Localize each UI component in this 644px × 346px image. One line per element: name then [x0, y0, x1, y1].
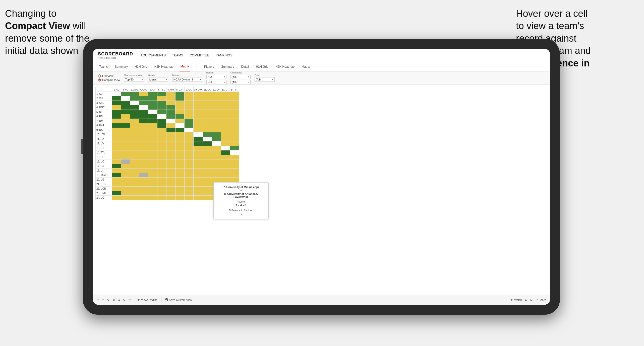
nav-committee[interactable]: COMMITTEE [190, 53, 209, 57]
cell-20-2[interactable] [121, 178, 130, 182]
cell-12-3[interactable] [130, 141, 139, 146]
cell-4-3[interactable] [130, 105, 139, 110]
cell-11-14[interactable] [230, 137, 239, 141]
region-select1[interactable]: N/A [206, 75, 226, 79]
cell-11-3[interactable] [130, 137, 139, 141]
cell-11-9[interactable] [184, 137, 193, 141]
cell-19-4[interactable] [139, 173, 148, 178]
cell-14-6[interactable] [157, 150, 166, 155]
cell-4-13[interactable] [221, 105, 230, 110]
cell-15-3[interactable] [130, 155, 139, 159]
cell-5-4[interactable] [139, 110, 148, 114]
cell-11-12[interactable] [212, 137, 221, 141]
cell-19-3[interactable] [130, 173, 139, 178]
cell-2-5[interactable] [148, 96, 157, 101]
cell-21-10[interactable] [193, 182, 203, 187]
cell-10-4[interactable] [139, 132, 148, 137]
cell-14-11[interactable] [203, 150, 212, 155]
cell-14-3[interactable] [130, 150, 139, 155]
cell-11-1[interactable] [112, 137, 121, 141]
cell-4-2[interactable] [121, 105, 130, 110]
cell-14-4[interactable] [139, 150, 148, 155]
cell-12-11[interactable] [203, 141, 212, 146]
cell-23-6[interactable] [157, 191, 166, 196]
cell-6-1[interactable] [112, 114, 121, 119]
undo-button[interactable]: ↩ [97, 298, 99, 301]
cell-22-7[interactable] [166, 187, 175, 191]
cell-17-12[interactable] [212, 164, 221, 168]
cell-24-11[interactable] [203, 196, 212, 200]
cell-9-1[interactable] [112, 128, 121, 132]
cell-4-10[interactable] [193, 105, 203, 110]
cell-8-12[interactable] [212, 123, 221, 128]
cell-19-2[interactable] [121, 173, 130, 178]
cell-7-7[interactable] [166, 119, 175, 123]
cell-10-7[interactable] [166, 132, 175, 137]
cell-14-12[interactable] [212, 150, 221, 155]
cell-8-8[interactable] [175, 123, 184, 128]
cell-21-9[interactable] [184, 182, 193, 187]
full-view-radio[interactable]: Full View [98, 74, 120, 77]
cell-2-3[interactable] [130, 96, 139, 101]
cell-17-10[interactable] [193, 164, 203, 168]
cell-1-5[interactable] [148, 92, 157, 96]
cell-24-6[interactable] [157, 196, 166, 200]
cell-15-8[interactable] [175, 155, 184, 159]
cell-8-13[interactable] [221, 123, 230, 128]
cell-5-9[interactable] [184, 110, 193, 114]
cell-23-11[interactable] [203, 191, 212, 196]
cell-16-5[interactable] [148, 159, 157, 164]
cell-23-1[interactable] [112, 191, 121, 196]
cell-8-11[interactable] [203, 123, 212, 128]
cell-21-2[interactable] [121, 182, 130, 187]
cell-14-1[interactable] [112, 150, 121, 155]
cell-17-13[interactable] [221, 164, 230, 168]
cell-17-11[interactable] [203, 164, 212, 168]
cell-20-12[interactable] [212, 178, 221, 182]
cell-11-10[interactable] [193, 137, 203, 141]
cell-12-1[interactable] [112, 141, 121, 146]
cell-3-5[interactable] [148, 101, 157, 105]
cell-22-8[interactable] [175, 187, 184, 191]
cell-10-2[interactable] [121, 132, 130, 137]
cell-4-6[interactable] [157, 105, 166, 110]
cell-8-6[interactable] [157, 123, 166, 128]
cell-24-9[interactable] [184, 196, 193, 200]
cell-5-11[interactable] [203, 110, 212, 114]
cell-5-14[interactable] [230, 110, 239, 114]
cell-7-5[interactable] [148, 119, 157, 123]
cell-2-12[interactable] [212, 96, 221, 101]
cell-23-9[interactable] [184, 191, 193, 196]
cell-3-10[interactable] [193, 101, 203, 105]
cell-17-5[interactable] [148, 164, 157, 168]
cell-5-5[interactable] [148, 110, 157, 114]
cell-16-13[interactable] [221, 159, 230, 164]
cell-2-14[interactable] [230, 96, 239, 101]
cell-13-10[interactable] [193, 146, 203, 150]
cell-15-14[interactable] [230, 155, 239, 159]
cell-24-4[interactable] [139, 196, 148, 200]
cell-10-11[interactable] [203, 132, 212, 137]
cell-1-8[interactable] [175, 92, 184, 96]
cell-21-11[interactable] [203, 182, 212, 187]
cell-7-9[interactable] [184, 119, 193, 123]
toolbar-btn6[interactable]: ⊕ [123, 298, 125, 301]
cell-19-11[interactable] [203, 173, 212, 178]
cell-14-14[interactable] [230, 150, 239, 155]
cell-9-14[interactable] [230, 128, 239, 132]
cell-18-2[interactable] [121, 168, 130, 173]
cell-12-9[interactable] [184, 141, 193, 146]
cell-2-10[interactable] [193, 96, 203, 101]
cell-7-14[interactable] [230, 119, 239, 123]
cell-13-13[interactable] [221, 146, 230, 150]
team-select[interactable]: (All) [255, 77, 275, 82]
cell-15-1[interactable] [112, 155, 121, 159]
cell-20-1[interactable] [112, 178, 121, 182]
cell-21-5[interactable] [148, 182, 157, 187]
cell-16-1[interactable] [112, 159, 121, 164]
cell-10-3[interactable] [130, 132, 139, 137]
cell-2-9[interactable] [184, 96, 193, 101]
cell-18-7[interactable] [166, 168, 175, 173]
cell-24-2[interactable] [121, 196, 130, 200]
cell-13-14[interactable] [230, 146, 239, 150]
